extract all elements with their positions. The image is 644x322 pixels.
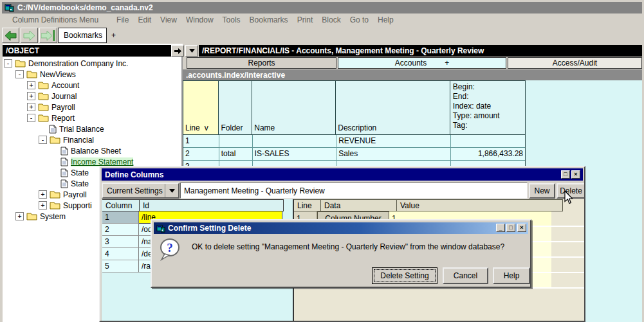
collapse-icon[interactable]: - — [4, 59, 12, 67]
current-settings-label: Current Settings — [103, 186, 165, 195]
tree-item-financial[interactable]: - Financial — [39, 134, 94, 145]
menu-help[interactable]: Help — [373, 15, 398, 24]
cell-value[interactable]: 1,866,433.28 — [451, 148, 525, 161]
expand-icon[interactable]: + — [15, 212, 24, 220]
collapse-icon[interactable]: - — [27, 114, 35, 122]
expand-icon[interactable]: + — [39, 201, 47, 210]
help-label: Help — [504, 271, 520, 280]
menu-column-definitions[interactable]: Column Definitions Menu — [8, 15, 103, 24]
tree-item-supporting[interactable]: + Supporti — [39, 200, 92, 211]
col-header-meta[interactable]: Begin: End: Index: date Type: amount Tag… — [450, 81, 525, 134]
menu-edit[interactable]: Edit — [133, 15, 156, 24]
bookmarks-plus: + — [111, 31, 116, 40]
close-button[interactable]: × — [571, 170, 580, 179]
define-columns-title-bar[interactable]: Define Columns □ × — [102, 168, 583, 181]
path-dropdown-button[interactable] — [185, 45, 198, 57]
new-setting-button[interactable]: New — [529, 183, 555, 199]
tree-item-report-payroll[interactable]: + Payroll — [39, 189, 87, 200]
tree-item-statement-1[interactable]: State — [60, 167, 89, 178]
tree-item-statement-2[interactable]: State — [60, 178, 89, 189]
setting-name-field[interactable]: Management Meeting - Quarterly Review — [180, 183, 528, 199]
tree-item-newviews[interactable]: - NewViews — [15, 69, 76, 80]
document-icon — [60, 179, 68, 188]
tab-accounts[interactable]: Accounts + — [338, 57, 506, 69]
table-row[interactable]: 2 total IS-SALES Sales 1,866,433.28 — [183, 148, 525, 161]
view-label-bar: .accounts.index/interactive — [183, 69, 642, 80]
menu-print[interactable]: Print — [293, 15, 318, 24]
forward-button[interactable] — [21, 28, 38, 43]
cell-line[interactable]: 2 — [183, 148, 219, 161]
col-header-line[interactable]: Line v — [183, 81, 219, 134]
cell-folder[interactable]: total — [219, 148, 253, 161]
col-header-description-label: Description — [338, 123, 376, 132]
tab-accounts-plus[interactable]: + — [445, 58, 449, 67]
cell-folder[interactable] — [219, 135, 253, 148]
accounts-table-header-row: Line v Folder Name Description Begin: En… — [183, 81, 525, 135]
columns-row-num[interactable]: 3 — [102, 236, 139, 248]
col-header-name[interactable]: Name — [252, 81, 336, 134]
cell-line[interactable]: 1 — [183, 135, 219, 148]
expand-icon[interactable]: + — [39, 190, 47, 199]
nav-forward-button[interactable] — [171, 45, 184, 57]
detail-table-header-row: Line Data Value — [294, 199, 584, 211]
close-button[interactable]: × — [517, 224, 526, 232]
col-header-description[interactable]: Description — [336, 81, 450, 134]
collapse-icon[interactable]: - — [39, 136, 47, 144]
meta-end: End: — [453, 92, 469, 102]
bookmarks-toolbar-button[interactable]: Bookmarks + — [58, 28, 107, 43]
menu-bookmarks[interactable]: Bookmarks — [245, 15, 293, 24]
expand-icon[interactable]: + — [27, 103, 35, 111]
cell-description[interactable]: REVENUE — [336, 135, 451, 148]
menu-file[interactable]: File — [112, 15, 133, 24]
tree-item-label: Payroll — [51, 103, 75, 112]
setting-name-value: Management Meeting - Quarterly Review — [184, 186, 325, 195]
tree-item-payroll[interactable]: + Payroll — [27, 102, 75, 112]
forward-to-end-button[interactable] — [39, 28, 57, 43]
menu-view[interactable]: View — [156, 15, 181, 24]
expand-icon[interactable]: + — [27, 81, 35, 89]
columns-header-column[interactable]: Column — [102, 199, 140, 211]
tree-item-balance-sheet[interactable]: Balance Sheet — [60, 145, 121, 156]
sort-indicator-icon[interactable]: v — [205, 123, 208, 132]
tab-reports[interactable]: Reports — [187, 57, 336, 69]
cancel-button[interactable]: Cancel — [443, 267, 488, 284]
menu-window[interactable]: Window — [181, 15, 218, 24]
cell-value[interactable] — [451, 135, 525, 148]
minimize-button[interactable]: _ — [496, 224, 505, 232]
detail-header-data[interactable]: Data — [321, 199, 397, 211]
confirm-dialog-title-bar[interactable]: Confirm Setting Delete _ □ × — [154, 222, 528, 234]
menu-block[interactable]: Block — [317, 15, 345, 24]
columns-header-id[interactable]: Id — [140, 199, 284, 211]
maximize-button[interactable]: □ — [506, 224, 515, 232]
col-header-folder[interactable]: Folder — [219, 81, 252, 134]
back-button[interactable] — [2, 28, 19, 43]
current-settings-dropdown[interactable]: Current Settings — [102, 183, 179, 199]
tree-item-report[interactable]: - Report — [27, 112, 75, 123]
tree-item-trial-balance[interactable]: Trial Balance — [49, 123, 104, 134]
columns-row-num[interactable]: 5 — [102, 260, 139, 273]
maximize-button[interactable]: □ — [561, 170, 570, 179]
dropdown-arrow-icon[interactable] — [165, 184, 178, 197]
help-button[interactable]: Help — [493, 267, 530, 284]
delete-setting-confirm-button[interactable]: Delete Setting — [372, 267, 437, 284]
menu-goto[interactable]: Go to — [345, 15, 373, 24]
tab-access-audit[interactable]: Access/Audit — [508, 57, 642, 69]
menu-tools[interactable]: Tools — [218, 15, 245, 24]
tree-item-label: Account — [51, 81, 79, 90]
expand-icon[interactable]: + — [27, 92, 35, 100]
cell-description[interactable]: Sales — [336, 148, 451, 161]
folder-icon — [50, 201, 60, 210]
tree-item-demonstration-company[interactable]: - Demonstration Company Inc. — [4, 58, 128, 69]
tree-item-account[interactable]: + Account — [27, 80, 79, 91]
cell-name[interactable]: IS-SALES — [253, 148, 337, 161]
tree-item-journal[interactable]: + Journal — [27, 91, 77, 102]
columns-row-num[interactable]: 2 — [102, 224, 139, 236]
detail-header-value[interactable]: Value — [397, 199, 563, 211]
detail-header-line[interactable]: Line — [294, 199, 321, 211]
table-row[interactable]: 1 REVENUE — [183, 135, 525, 148]
collapse-icon[interactable]: - — [15, 70, 24, 78]
tree-item-system[interactable]: + System — [15, 211, 66, 222]
columns-row-num[interactable]: 4 — [102, 248, 139, 260]
cell-name[interactable] — [253, 135, 337, 148]
columns-row-num[interactable]: 1 — [102, 211, 139, 224]
